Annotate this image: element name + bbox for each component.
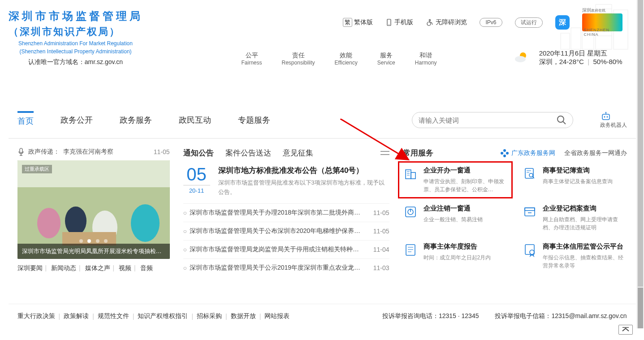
flower-icon (500, 148, 510, 158)
svg-line-64 (340, 119, 407, 159)
mobile-icon (385, 19, 393, 26)
svg-point-41 (503, 152, 505, 154)
scrollbar-thumb[interactable] (638, 0, 643, 287)
svg-point-24 (605, 112, 606, 112)
svc-reg-archive-query[interactable]: 企业登记档案查询网上自助查档、网上受理申请查档、办理违法违规证明 (522, 204, 627, 232)
svc-biz-registry-query[interactable]: 商事登记簿查询商事主体登记及备案信息查询 (522, 166, 627, 194)
footer-link[interactable]: 知识产权维权指引 (138, 312, 188, 320)
ipv6-button[interactable]: IPv6 (480, 18, 502, 27)
voice-broadcast[interactable]: 政声传递： 李克强在河南考察 11-05 (17, 148, 170, 156)
archive-icon (522, 204, 537, 219)
official-domain: 认准唯一官方域名：amr.sz.gov.cn (9, 58, 143, 66)
weather-date: 2020年11月6日 星期五 (539, 49, 622, 58)
news-cat-video[interactable]: 视频 (119, 264, 131, 271)
footer-link[interactable]: 网站报表 (264, 312, 290, 320)
shenzhen-app-icon[interactable]: 深 (555, 15, 570, 30)
footer-link[interactable]: 政策解读 (64, 312, 89, 320)
footer-link[interactable]: 重大行政决策 (17, 312, 55, 320)
common-services-header: 常用服务 广东政务服务网 全省政务服务一网通办 (403, 148, 627, 158)
svg-rect-56 (525, 208, 535, 211)
svg-point-39 (503, 155, 506, 157)
carousel-dot[interactable] (87, 239, 91, 243)
list-item[interactable]: ○深圳市市场监督管理局关于公示2019年度深圳市重点农业龙…11-03 (183, 258, 389, 277)
svc-credit-platform[interactable]: 商事主体信用监管公示平台年报公示信息、抽查检查结果、经营异常名录等 (522, 242, 627, 270)
tab-notice[interactable]: 通知公告 (183, 148, 214, 158)
scrollbar-thumb-secondary[interactable] (638, 288, 643, 328)
site-title-cn: 深圳市市场监督管理局 (9, 9, 143, 23)
carousel-dot[interactable] (104, 239, 108, 243)
news-photo-card[interactable]: 过重承载区 深圳市市场监管局光明局凤凰所开展湿米粉专项抽检… (17, 160, 170, 259)
svg-point-37 (503, 149, 506, 152)
news-cat-dynamic[interactable]: 新闻动态 (51, 264, 76, 271)
nav-gov-interact[interactable]: 政民互动 (179, 112, 211, 128)
carousel-dot[interactable] (96, 239, 99, 243)
list-item[interactable]: ○深圳市市场监督管理局龙岗监管局关于停用或注销相关特种…11-04 (183, 240, 389, 258)
footer-link[interactable]: 规范性文件 (98, 312, 129, 320)
carousel-dot[interactable] (79, 239, 83, 243)
mobile-version-link[interactable]: 手机版 (385, 18, 413, 26)
search-box[interactable] (412, 112, 573, 128)
svg-point-63 (530, 250, 534, 254)
featured-desc: 深圳市市场监督管理局批准发布以下3项深圳市地方标准，现予以公告。 (218, 178, 389, 197)
svg-point-22 (606, 116, 608, 117)
svg-rect-25 (20, 148, 22, 153)
certificate-icon (522, 242, 537, 258)
list-item[interactable]: ○深圳市市场监督管理局关于公布深圳市2020年电梯维护保养…11-05 (183, 222, 389, 240)
back-to-top-button[interactable] (618, 325, 633, 328)
accessibility-icon (426, 18, 434, 26)
accessibility-link[interactable]: 无障碍浏览 (426, 18, 467, 26)
core-values: 公平Fairness 责任Responsibility 效能Efficiency… (242, 52, 437, 66)
svg-rect-58 (406, 245, 415, 255)
search-input[interactable] (419, 116, 557, 124)
voice-text[interactable]: 李克强在河南考察 (63, 148, 113, 156)
gov-robot-button[interactable]: 政务机器人 (600, 112, 627, 129)
microphone-icon (17, 148, 25, 156)
footer-link[interactable]: 招标采购 (197, 312, 222, 320)
site-subtitle-cn: （深圳市知识产权局） (9, 25, 143, 39)
svg-point-21 (604, 116, 605, 117)
news-cat-media[interactable]: 媒体之声 (85, 264, 110, 271)
tab-case[interactable]: 案件公告送达 (225, 148, 271, 158)
svc-annual-report[interactable]: 商事主体年度报告时间：成立周年之日起2月内 (403, 242, 508, 270)
footer-link[interactable]: 数据开放 (231, 312, 256, 320)
svg-point-48 (529, 173, 533, 177)
document-search-icon (522, 166, 537, 181)
nav-gov-service[interactable]: 政务服务 (120, 112, 152, 128)
primary-nav: 首页 政务公开 政务服务 政民互动 专题服务 政务机器人 (9, 111, 636, 139)
featured-date: 05 20-11 (183, 165, 210, 197)
province-one-net-link[interactable]: 全省政务服务一网通办 (564, 149, 627, 157)
nav-gov-open[interactable]: 政务公开 (61, 112, 93, 128)
tab-opinion[interactable]: 意见征集 (283, 148, 313, 158)
news-cat-audio[interactable]: 音频 (140, 264, 153, 271)
svc-enterprise-open[interactable]: 企业开办一窗通申请营业执照、刻制印章、申领发票、员工参保登记、公积金… (403, 166, 508, 194)
svg-point-17 (515, 56, 526, 62)
svg-point-30 (37, 208, 61, 238)
report-icon (403, 242, 418, 258)
site-logo[interactable]: 深圳市市场监督管理局 （深圳市知识产权局） Shenzhen Administr… (9, 9, 143, 66)
traditional-chinese-link[interactable]: 繁 繁体版 (343, 18, 373, 27)
shenzhen-china-logo[interactable]: 深圳政府在线 SHENZHEN CHINA (582, 13, 622, 31)
power-icon (403, 204, 418, 219)
svc-enterprise-cancel[interactable]: 企业注销一窗通企业一般注销、简易注销 (403, 204, 508, 232)
site-title-en2: (Shenzhen Intellectual Property Administ… (9, 48, 143, 55)
featured-notice: 05 20-11 深圳市地方标准批准发布公告（总第40号） 深圳市市场监督管理局… (183, 165, 389, 197)
svg-rect-20 (602, 114, 609, 120)
svg-rect-43 (411, 172, 415, 179)
svg-point-38 (506, 152, 509, 155)
weather-detail: 深圳，24-28°C | 50%-80% (539, 58, 622, 66)
trial-run-button[interactable]: 试运行 (515, 17, 543, 28)
weather-icon (513, 51, 531, 65)
voice-date: 11-05 (154, 148, 170, 155)
news-cat-shenzhen[interactable]: 深圳要闻 (17, 264, 43, 271)
nav-topic-service[interactable]: 专题服务 (238, 112, 270, 128)
news-category-links: 深圳要闻| 新闻动态| 媒体之声| 视频| 音频 (17, 264, 170, 272)
search-button[interactable] (557, 115, 566, 125)
photo-caption: 深圳市市场监管局光明局凤凰所开展湿米粉专项抽检… (17, 244, 170, 259)
complaint-phone: 投诉举报咨询电话：12315 · 12345 (382, 312, 479, 320)
list-item[interactable]: ○深圳市市场监督管理局关于办理2018年深圳市第二批境外商…11-05 (183, 203, 389, 222)
nav-home[interactable]: 首页 (17, 111, 34, 129)
svg-rect-42 (406, 170, 411, 179)
gd-gov-link[interactable]: 广东政务服务网 (500, 148, 555, 158)
svg-point-40 (501, 152, 503, 155)
svg-rect-55 (525, 208, 535, 216)
